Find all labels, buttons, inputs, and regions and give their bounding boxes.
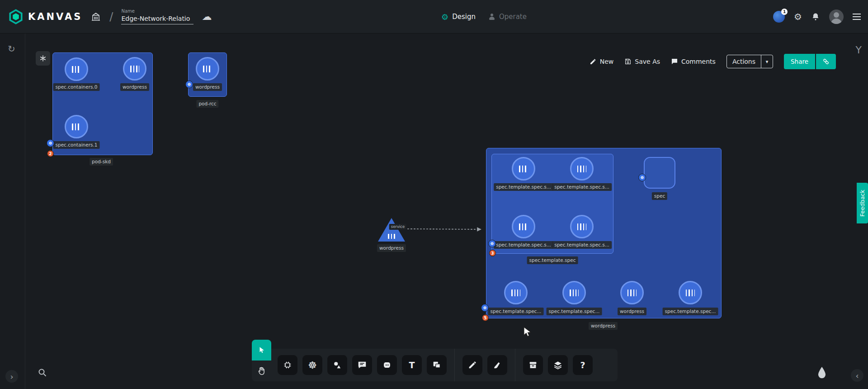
feedback-tab[interactable]: Feedback: [857, 183, 868, 223]
layers-icon: [553, 360, 563, 370]
actions-split-button[interactable]: Actions ▾: [726, 55, 773, 68]
save-as-button-label: Save As: [635, 58, 660, 65]
group-label-wordpress: wordpress: [589, 322, 618, 330]
node-template-spec-3[interactable]: [512, 215, 535, 238]
node-label: spec.template.spec.s...: [494, 183, 553, 191]
pan-hand-tool[interactable]: [252, 361, 271, 381]
hamburger-menu-icon[interactable]: [853, 14, 861, 20]
layers-tool[interactable]: [548, 355, 568, 375]
new-button-label: New: [600, 58, 614, 65]
tab-design[interactable]: ⚙ Design: [441, 12, 476, 22]
tab-operate[interactable]: Operate: [488, 13, 527, 21]
toolbar-divider: [454, 349, 455, 381]
bottom-toolbar: ☸ T ?: [271, 349, 618, 381]
node-label: wordpress: [618, 308, 646, 315]
collapse-right-chevron-icon[interactable]: ‹: [851, 369, 863, 382]
node-label: spec.template.spec...: [663, 308, 718, 315]
node-template-spec-4[interactable]: [570, 215, 594, 238]
warning-count-badge[interactable]: 3: [489, 250, 496, 256]
right-panel-toggle-icon[interactable]: Y: [856, 45, 862, 55]
expand-left-panel-chevron-icon[interactable]: ›: [5, 370, 18, 383]
kubernetes-badge-icon[interactable]: ☸: [638, 174, 646, 181]
snowflake-icon[interactable]: [36, 51, 50, 66]
save-as-button[interactable]: Save As: [624, 58, 660, 65]
actions-caret-icon[interactable]: ▾: [761, 55, 773, 68]
container-icon: [72, 123, 81, 130]
text-tool[interactable]: T: [402, 355, 422, 375]
group-label-pod-rcc: pod-rcc: [196, 100, 218, 108]
node-wordpress-b[interactable]: [196, 57, 219, 81]
kubernetes-badge-icon[interactable]: ☸: [488, 240, 496, 247]
sticker-icon: [382, 360, 392, 370]
mode-tabs: ⚙ Design Operate: [441, 0, 527, 33]
container-icon: [577, 223, 586, 230]
cloud-save-icon[interactable]: ☁: [202, 11, 212, 22]
settings-gear-icon[interactable]: ⚙: [794, 11, 802, 22]
annotate-pencil-tool[interactable]: [462, 355, 482, 375]
zoom-search-icon[interactable]: [34, 365, 51, 381]
node-label: spec.containers.1: [53, 141, 100, 149]
design-name-input[interactable]: [121, 15, 193, 24]
edit-pencil-icon: [467, 360, 477, 370]
node-label: spec: [652, 192, 667, 200]
group-label-pod-skd: pod-skd: [90, 158, 113, 166]
copy-link-button[interactable]: [816, 54, 836, 69]
app-header: KANVAS / Name ☁ ⚙ Design Operate 1 ⚙: [0, 0, 868, 33]
bell-icon[interactable]: [811, 12, 820, 21]
container-icon: [627, 289, 637, 296]
ink-drop-icon[interactable]: [816, 366, 827, 380]
comment-tool[interactable]: [352, 355, 372, 375]
help-tool[interactable]: ?: [573, 355, 593, 375]
node-wordpress-a[interactable]: [123, 57, 146, 81]
warning-count-badge[interactable]: 5: [482, 314, 489, 321]
link-icon: [822, 57, 830, 66]
node-spec-containers-0[interactable]: [65, 57, 88, 81]
comments-button[interactable]: Comments: [671, 58, 716, 65]
component-tool[interactable]: [278, 355, 297, 375]
operate-icon: [488, 13, 495, 20]
actions-button-label[interactable]: Actions: [727, 55, 761, 68]
node-bottom-wordpress[interactable]: [620, 281, 644, 304]
mouse-cursor: [522, 327, 532, 337]
node-bottom-2[interactable]: [562, 281, 586, 304]
new-button[interactable]: New: [590, 58, 614, 65]
container-icon: [577, 166, 586, 172]
warning-count-badge[interactable]: 2: [47, 150, 54, 157]
kubernetes-icon: ☸: [308, 360, 317, 371]
kubernetes-badge-icon[interactable]: ☸: [185, 81, 193, 88]
sync-icon[interactable]: ↻: [8, 44, 15, 53]
node-template-spec-1[interactable]: [512, 157, 535, 180]
select-cursor-tool[interactable]: [252, 340, 271, 361]
rectangles-tool[interactable]: [427, 355, 447, 375]
shapes-icon: [332, 360, 342, 370]
node-spec[interactable]: [644, 157, 675, 189]
design-name-label: Name: [121, 9, 193, 14]
notification-center-icon[interactable]: 1: [773, 11, 785, 23]
text-tool-icon: T: [409, 360, 415, 370]
kubernetes-badge-icon[interactable]: ☸: [47, 139, 54, 147]
organization-icon[interactable]: [90, 11, 101, 22]
kubernetes-tool[interactable]: ☸: [302, 355, 322, 375]
node-label: spec.template.spec...: [547, 308, 602, 315]
node-label: wordpress: [377, 244, 406, 252]
sticker-tool[interactable]: [377, 355, 397, 375]
freehand-pen-tool[interactable]: [487, 355, 507, 375]
tab-operate-label: Operate: [499, 13, 527, 21]
drawer-icon: [528, 360, 538, 370]
archive-drawer-tool[interactable]: [523, 355, 543, 375]
rectangles-icon: [432, 360, 442, 370]
node-spec-containers-1[interactable]: [65, 115, 88, 138]
group-spec-template-spec[interactable]: [491, 154, 613, 254]
kubernetes-badge-icon[interactable]: ☸: [481, 304, 489, 312]
share-button[interactable]: Share: [784, 54, 815, 69]
node-template-spec-2[interactable]: [570, 157, 594, 180]
user-avatar[interactable]: [829, 9, 844, 24]
comments-button-label: Comments: [681, 58, 716, 65]
design-canvas[interactable]: ↻ › spec.containers.0 wordpress spec.con…: [0, 33, 868, 389]
brand-name: KANVAS: [28, 11, 82, 22]
node-bottom-1[interactable]: [504, 281, 528, 304]
shapes-tool[interactable]: [327, 355, 347, 375]
comment-icon: [357, 360, 367, 370]
node-label: spec.containers.0: [53, 83, 100, 91]
node-bottom-3[interactable]: [679, 281, 702, 304]
